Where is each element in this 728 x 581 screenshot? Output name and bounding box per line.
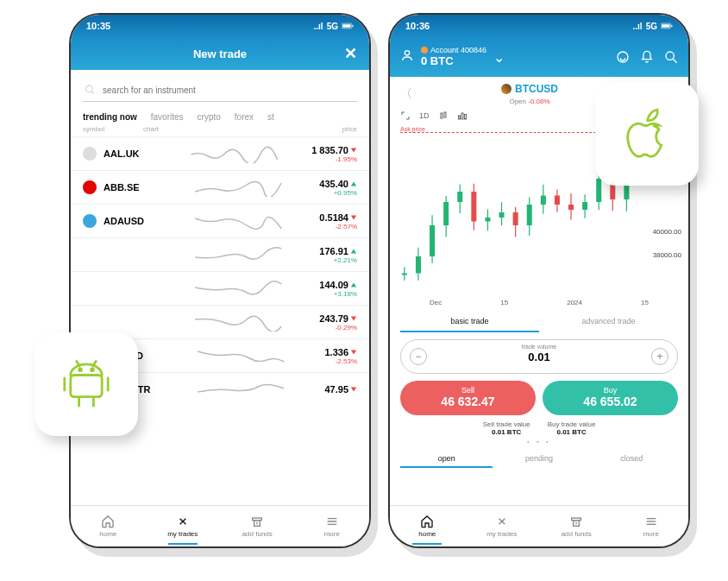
status-bar: 10:35 ..ıl5G xyxy=(71,15,369,37)
trade-buttons: Sell 46 632.47 Buy 46 655.02 xyxy=(400,381,678,415)
price-value: 435.40 xyxy=(319,179,357,189)
nav-home[interactable]: home xyxy=(390,506,465,546)
nav-add-funds[interactable]: add funds xyxy=(539,506,614,546)
svg-point-75 xyxy=(91,369,94,371)
buy-button[interactable]: Buy 46 655.02 xyxy=(543,381,678,415)
symbol-name: AAL.UK xyxy=(104,148,157,159)
instrument-row[interactable]: 176.91 +2.21% xyxy=(71,237,369,271)
tab-forex[interactable]: forex xyxy=(235,112,254,122)
svg-rect-12 xyxy=(662,24,669,28)
nav-my-trades[interactable]: my trades xyxy=(465,506,540,546)
tab-open[interactable]: open xyxy=(400,451,493,468)
svg-rect-35 xyxy=(457,192,462,202)
nav-add-funds[interactable]: add funds xyxy=(220,506,295,546)
price-value: 0.5184 xyxy=(319,212,357,223)
account-label: Account 400846 xyxy=(430,47,486,55)
instrument-row[interactable]: AAL.UK 1 835.70 -1.95% xyxy=(71,136,369,170)
nav-home[interactable]: home xyxy=(71,506,146,546)
price-value: 144.09 xyxy=(319,280,357,290)
price-value: 1 835.70 xyxy=(311,145,357,155)
price-value: 1.336 xyxy=(324,347,357,357)
search-input[interactable] xyxy=(83,79,357,102)
svg-rect-37 xyxy=(471,192,476,222)
page-dots: • • • xyxy=(390,438,688,445)
account-balance: 0 BTC xyxy=(421,54,486,67)
symbol-badge xyxy=(83,315,97,329)
close-icon[interactable]: ✕ xyxy=(344,44,357,63)
nav-more[interactable]: more xyxy=(614,506,689,546)
tab-closed[interactable]: closed xyxy=(586,451,678,468)
position-state-tabs: open pending closed xyxy=(400,451,678,468)
expand-icon[interactable] xyxy=(400,111,411,121)
sell-button[interactable]: Sell 46 632.47 xyxy=(400,381,536,415)
svg-line-17 xyxy=(673,59,677,63)
svg-rect-55 xyxy=(596,179,601,202)
sparkline xyxy=(164,313,312,332)
candle-icon[interactable] xyxy=(438,111,449,121)
y-axis: 40000.00 38000.00 xyxy=(653,228,681,259)
svg-rect-27 xyxy=(402,274,407,275)
user-icon[interactable] xyxy=(400,48,414,66)
clock: 10:36 xyxy=(405,21,430,31)
svg-rect-1 xyxy=(342,24,350,28)
timeframe-1d[interactable]: 1D xyxy=(419,111,430,120)
bottom-nav: homemy tradesadd fundsmore xyxy=(390,505,688,546)
volume-plus-button[interactable]: + xyxy=(651,348,668,365)
svg-rect-31 xyxy=(430,225,435,256)
trade-value-row: Sell trade value0.01 BTC Buy trade value… xyxy=(400,420,678,436)
svg-point-3 xyxy=(86,85,93,92)
tab-stocks[interactable]: st xyxy=(267,112,274,122)
tab-favorites[interactable]: favorites xyxy=(151,112,184,122)
phone-trade-list: 10:35 ..ıl5G New trade ✕ trending now fa… xyxy=(69,13,371,548)
symbol-name: ABB.SE xyxy=(104,182,157,193)
sparkline xyxy=(164,346,317,365)
tab-trending[interactable]: trending now xyxy=(83,112,137,122)
bell-icon[interactable] xyxy=(640,50,654,64)
volume-minus-button[interactable]: − xyxy=(410,348,427,365)
symbol-name: ADAUSD xyxy=(104,216,157,226)
sparkline xyxy=(164,212,312,231)
account-header: Account 400846 0 BTC ⌄ xyxy=(390,37,688,77)
symbol-badge xyxy=(83,248,97,262)
tab-advanced-trade[interactable]: advanced trade xyxy=(539,312,678,332)
price-change: -1.95% xyxy=(311,155,357,163)
svg-rect-49 xyxy=(555,196,560,205)
svg-rect-39 xyxy=(485,218,490,222)
price-value: 243.79 xyxy=(319,313,357,324)
svg-point-14 xyxy=(405,51,409,55)
sparkline xyxy=(164,380,317,399)
android-icon xyxy=(56,354,116,414)
search-icon[interactable] xyxy=(664,50,678,64)
tab-crypto[interactable]: crypto xyxy=(198,112,221,122)
tab-basic-trade[interactable]: basic trade xyxy=(400,312,539,332)
price-value: 47.95 xyxy=(324,384,357,395)
apple-badge xyxy=(595,82,699,186)
svg-point-16 xyxy=(666,52,674,60)
status-icons: ..ıl5G xyxy=(314,22,354,31)
apple-icon xyxy=(617,104,677,164)
svg-rect-21 xyxy=(441,113,442,118)
indicators-icon[interactable] xyxy=(457,111,468,121)
back-icon[interactable]: 〈 xyxy=(400,86,412,102)
instrument-row[interactable]: 144.09 +3.18% xyxy=(71,271,369,305)
nav-more[interactable]: more xyxy=(295,506,370,546)
tab-pending[interactable]: pending xyxy=(493,451,585,468)
instrument-row[interactable]: ABB.SE 435.40 +0.95% xyxy=(71,170,369,204)
sparkline xyxy=(164,245,312,264)
svg-rect-13 xyxy=(671,25,672,27)
price-change: -2.53% xyxy=(324,357,357,365)
chevron-down-icon[interactable]: ⌄ xyxy=(493,49,505,66)
price-change: -2.57% xyxy=(319,223,357,231)
nav-my-trades[interactable]: my trades xyxy=(146,506,221,546)
status-bar: 10:36 ..ıl5G xyxy=(390,15,688,37)
support-icon[interactable] xyxy=(616,50,630,64)
price-change: +2.21% xyxy=(319,256,357,264)
sparkline xyxy=(164,178,312,197)
instrument-row[interactable]: ADAUSD 0.5184 -2.57% xyxy=(71,204,369,237)
volume-value[interactable]: 0.01 xyxy=(528,350,549,363)
symbol-badge xyxy=(83,214,97,228)
svg-rect-43 xyxy=(513,212,518,225)
svg-rect-53 xyxy=(582,202,587,210)
search-field[interactable] xyxy=(103,85,355,95)
price-change: -0.29% xyxy=(319,324,357,332)
